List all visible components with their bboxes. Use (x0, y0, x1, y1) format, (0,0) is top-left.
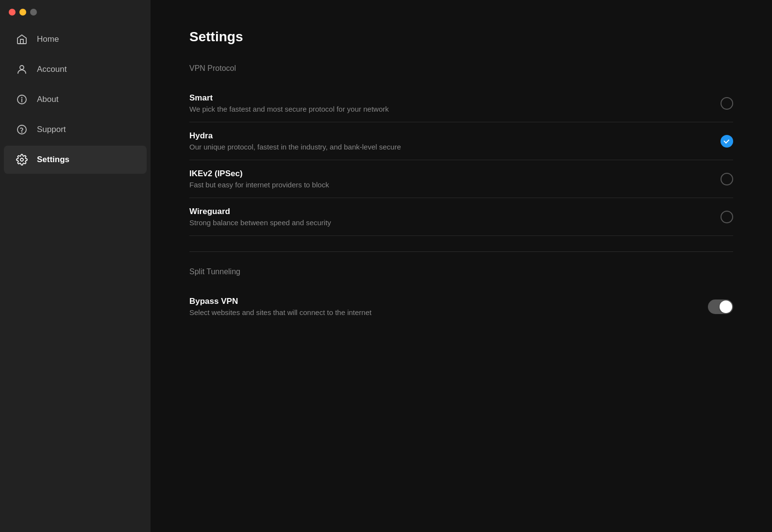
toggle-knob (720, 300, 732, 313)
sidebar-item-support-label: Support (37, 125, 66, 134)
sidebar: Home Account About Supp (0, 0, 151, 532)
bypass-vpn-option[interactable]: Bypass VPN Select websites and sites tha… (189, 288, 733, 325)
svg-point-5 (22, 132, 22, 133)
protocol-hydra[interactable]: Hydra Our unique protocol, fastest in th… (189, 122, 733, 160)
protocol-ikev2-radio[interactable] (721, 173, 733, 185)
vpn-protocol-label: VPN Protocol (189, 64, 733, 73)
svg-point-6 (20, 158, 23, 161)
protocol-wireguard-name: Wireguard (189, 207, 711, 216)
protocol-wireguard[interactable]: Wireguard Strong balance between speed a… (189, 198, 733, 236)
bypass-vpn-name: Bypass VPN (189, 297, 698, 306)
sidebar-item-account[interactable]: Account (4, 55, 147, 83)
protocol-hydra-info: Hydra Our unique protocol, fastest in th… (189, 131, 711, 151)
section-divider (189, 251, 733, 252)
protocol-wireguard-desc: Strong balance between speed and securit… (189, 218, 711, 227)
sidebar-item-about[interactable]: About (4, 85, 147, 114)
bypass-vpn-desc: Select websites and sites that will conn… (189, 308, 698, 316)
about-icon (16, 93, 28, 106)
protocol-smart-radio[interactable] (721, 97, 733, 110)
account-icon (16, 63, 28, 76)
sidebar-item-home-label: Home (37, 34, 59, 44)
traffic-lights (9, 9, 37, 16)
protocol-hydra-radio[interactable] (721, 135, 733, 148)
svg-point-0 (20, 66, 24, 69)
protocol-smart-desc: We pick the fastest and most secure prot… (189, 105, 711, 113)
page-title: Settings (189, 29, 733, 45)
close-button[interactable] (9, 9, 16, 16)
protocol-smart-info: Smart We pick the fastest and most secur… (189, 93, 711, 113)
protocol-ikev2-info: IKEv2 (IPSec) Fast but easy for internet… (189, 169, 711, 189)
protocol-wireguard-info: Wireguard Strong balance between speed a… (189, 207, 711, 227)
sidebar-item-settings[interactable]: Settings (4, 146, 147, 174)
home-icon (16, 33, 28, 46)
sidebar-item-home[interactable]: Home (4, 25, 147, 53)
fullscreen-button[interactable] (30, 9, 37, 16)
protocol-hydra-desc: Our unique protocol, fastest in the indu… (189, 143, 711, 151)
protocol-smart-name: Smart (189, 93, 711, 103)
sidebar-item-about-label: About (37, 95, 58, 104)
sidebar-item-settings-label: Settings (37, 155, 69, 165)
protocol-wireguard-radio[interactable] (721, 211, 733, 223)
settings-icon (16, 153, 28, 166)
minimize-button[interactable] (19, 9, 26, 16)
protocol-hydra-name: Hydra (189, 131, 711, 141)
protocol-ikev2-name: IKEv2 (IPSec) (189, 169, 711, 179)
sidebar-item-support[interactable]: Support (4, 116, 147, 144)
protocol-smart[interactable]: Smart We pick the fastest and most secur… (189, 84, 733, 122)
bypass-vpn-info: Bypass VPN Select websites and sites tha… (189, 297, 698, 316)
main-content: Settings VPN Protocol Smart We pick the … (151, 0, 772, 532)
protocol-ikev2-desc: Fast but easy for internet providers to … (189, 181, 711, 189)
sidebar-item-account-label: Account (37, 65, 67, 74)
protocol-ikev2[interactable]: IKEv2 (IPSec) Fast but easy for internet… (189, 160, 733, 198)
support-icon (16, 123, 28, 136)
split-tunneling-label: Split Tunneling (189, 267, 733, 276)
bypass-vpn-toggle[interactable] (708, 299, 733, 314)
